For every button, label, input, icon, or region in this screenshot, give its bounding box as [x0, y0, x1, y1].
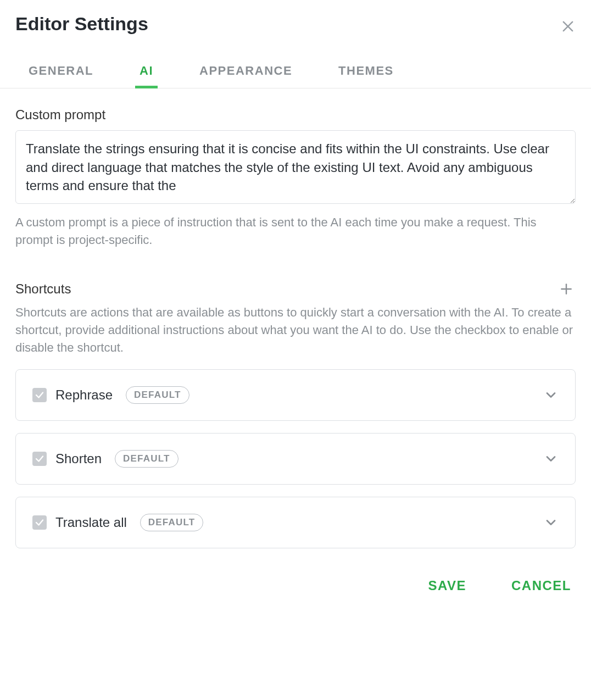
check-icon	[35, 518, 44, 527]
shortcut-name: Translate all	[55, 515, 127, 530]
tab-themes[interactable]: THEMES	[336, 58, 396, 88]
shortcut-checkbox[interactable]	[32, 515, 47, 530]
expand-toggle[interactable]	[543, 515, 559, 530]
shortcut-item[interactable]: Rephrase DEFAULT	[15, 369, 576, 421]
close-button[interactable]	[558, 16, 578, 36]
add-shortcut-button[interactable]	[557, 280, 576, 298]
dialog-title: Editor Settings	[15, 13, 148, 35]
chevron-down-icon	[543, 387, 559, 403]
expand-toggle[interactable]	[543, 387, 559, 403]
shortcut-checkbox[interactable]	[32, 452, 47, 466]
plus-icon	[559, 282, 573, 296]
check-icon	[35, 390, 44, 400]
shortcut-item[interactable]: Shorten DEFAULT	[15, 433, 576, 485]
shortcuts-label: Shortcuts	[15, 281, 71, 297]
default-badge: DEFAULT	[126, 386, 189, 404]
custom-prompt-label: Custom prompt	[15, 107, 576, 123]
tab-appearance[interactable]: APPEARANCE	[197, 58, 294, 88]
shortcut-name: Rephrase	[55, 387, 113, 403]
default-badge: DEFAULT	[140, 514, 204, 531]
check-icon	[35, 454, 44, 464]
save-button[interactable]: SAVE	[426, 575, 469, 597]
chevron-down-icon	[543, 515, 559, 530]
tab-ai[interactable]: AI	[137, 58, 155, 88]
shortcut-name: Shorten	[55, 451, 102, 466]
shortcut-checkbox[interactable]	[32, 388, 47, 402]
default-badge: DEFAULT	[115, 450, 179, 468]
close-icon	[560, 19, 576, 34]
custom-prompt-textarea[interactable]	[15, 130, 576, 204]
custom-prompt-help: A custom prompt is a piece of instructio…	[15, 214, 576, 249]
cancel-button[interactable]: CANCEL	[509, 575, 573, 597]
tab-general[interactable]: GENERAL	[26, 58, 96, 88]
shortcut-item[interactable]: Translate all DEFAULT	[15, 497, 576, 548]
chevron-down-icon	[543, 451, 559, 466]
expand-toggle[interactable]	[543, 451, 559, 466]
shortcuts-help: Shortcuts are actions that are available…	[15, 304, 576, 357]
settings-tabs: GENERAL AI APPEARANCE THEMES	[0, 58, 591, 88]
